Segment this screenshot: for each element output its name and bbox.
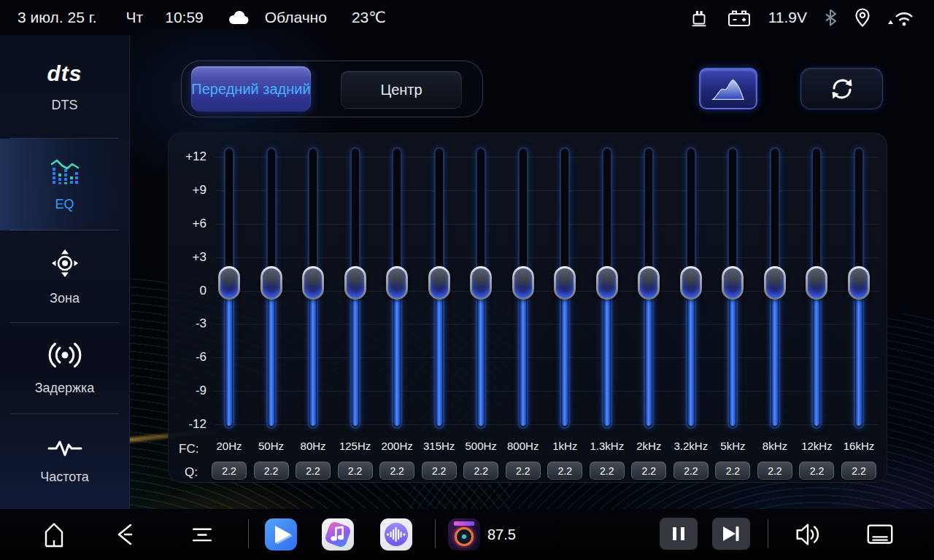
eq-slider-thumb[interactable] — [638, 266, 660, 300]
sidebar-item-label: Частота — [40, 470, 89, 485]
band-q-button[interactable]: 2.2 — [547, 462, 582, 480]
status-voltage: 11.9V — [768, 9, 807, 26]
pause-button[interactable] — [660, 518, 698, 550]
eq-slider-thumb[interactable] — [848, 266, 870, 300]
reset-button[interactable] — [800, 68, 883, 109]
band-q-button[interactable]: 2.2 — [463, 462, 498, 480]
band-frequency-label: 16kHz — [833, 440, 884, 452]
scale-label: -12 — [173, 416, 207, 432]
scale-label: -3 — [173, 316, 207, 332]
eq-band: 200Hz 2.2 — [376, 133, 418, 483]
status-weather-condition: Облачно — [265, 9, 327, 26]
next-track-icon — [722, 525, 741, 542]
band-q-button[interactable]: 2.2 — [841, 462, 876, 480]
sidebar-item-label: Зона — [50, 291, 80, 306]
band-q-button[interactable]: 2.2 — [379, 462, 414, 480]
q-label: Q: — [185, 465, 198, 480]
sidebar-item-zone[interactable]: Зона — [0, 230, 129, 323]
eq-band: 3.2kHz 2.2 — [670, 133, 712, 483]
eq-slider-fill — [646, 284, 652, 426]
wifi-icon — [887, 8, 915, 27]
band-q-button[interactable]: 2.2 — [799, 462, 834, 480]
next-track-button[interactable] — [712, 518, 750, 550]
eq-slider-thumb[interactable] — [554, 266, 576, 300]
eq-band: 2kHz 2.2 — [628, 133, 670, 483]
scale-label: +12 — [173, 149, 207, 165]
scale-label: +3 — [173, 249, 207, 265]
eq-slider-thumb[interactable] — [218, 266, 240, 300]
tab-front-rear[interactable]: Передний задний — [191, 66, 311, 112]
delay-icon — [47, 341, 83, 369]
sidebar-item-label: Задержка — [35, 381, 95, 396]
bottom-bar-divider — [768, 519, 768, 548]
status-weekday: Чт — [126, 9, 144, 26]
eq-band: 16kHz 2.2 — [838, 133, 880, 483]
band-q-button[interactable]: 2.2 — [715, 462, 750, 480]
cloud-icon — [225, 8, 250, 27]
eq-slider-fill — [352, 284, 358, 426]
band-q-button[interactable]: 2.2 — [590, 462, 625, 480]
band-q-button[interactable]: 2.2 — [506, 462, 541, 480]
band-q-button[interactable]: 2.2 — [674, 462, 709, 480]
eq-slider-thumb[interactable] — [722, 266, 744, 300]
display-icon — [865, 521, 895, 548]
voice-app-button[interactable] — [380, 518, 412, 551]
band-q-button[interactable]: 2.2 — [296, 462, 331, 480]
scale-label: +6 — [173, 216, 207, 232]
eq-slider-thumb[interactable] — [512, 266, 534, 300]
eq-slider-thumb[interactable] — [764, 266, 786, 300]
band-q-button[interactable]: 2.2 — [422, 462, 457, 480]
eq-slider-fill — [226, 284, 232, 426]
scale-label: -9 — [173, 383, 207, 399]
scale-label: 0 — [173, 283, 207, 299]
player-app-button[interactable] — [265, 518, 297, 551]
equalizer-panel: +12+9+6+30-3-6-9-12 20Hz 2.2 50Hz 2.2 80… — [168, 133, 887, 483]
back-button[interactable] — [109, 519, 141, 550]
eq-band: 125Hz 2.2 — [334, 133, 377, 483]
eq-slider-thumb[interactable] — [596, 266, 618, 300]
eq-slider-thumb[interactable] — [302, 266, 324, 300]
radio-app-button[interactable] — [448, 518, 480, 551]
recents-button[interactable] — [186, 519, 218, 550]
eq-slider-fill — [520, 284, 526, 426]
sidebar-item-eq[interactable]: EQ — [0, 139, 129, 230]
eq-slider-fill — [394, 284, 400, 426]
home-button[interactable] — [38, 519, 70, 550]
frequency-icon — [47, 439, 83, 458]
display-button[interactable] — [864, 519, 896, 550]
eq-curve-button[interactable] — [699, 68, 757, 109]
eq-band: 1kHz 2.2 — [544, 133, 586, 483]
eq-band: 12kHz 2.2 — [795, 133, 838, 483]
eq-slider-thumb[interactable] — [806, 266, 827, 300]
band-q-button[interactable]: 2.2 — [757, 462, 792, 480]
eq-band: 800Hz 2.2 — [502, 133, 544, 483]
band-q-button[interactable]: 2.2 — [631, 462, 666, 480]
sidebar-item-dts[interactable]: dts DTS — [0, 35, 129, 139]
sidebar-item-frequency[interactable]: Частота — [0, 414, 129, 509]
band-q-button[interactable]: 2.2 — [212, 462, 247, 480]
music-app-button[interactable] — [322, 518, 354, 551]
eq-slider-thumb[interactable] — [386, 266, 408, 300]
status-date: 3 июл. 25 г. — [18, 9, 97, 26]
eq-slider-thumb[interactable] — [680, 266, 702, 300]
bluetooth-icon — [823, 8, 838, 27]
eq-slider-thumb[interactable] — [470, 266, 492, 300]
status-time: 10:59 — [165, 9, 204, 26]
eq-slider-thumb[interactable] — [344, 266, 366, 300]
eq-slider-thumb[interactable] — [428, 266, 450, 300]
bottom-bar: 87.5 — [0, 509, 934, 560]
back-icon — [112, 520, 138, 549]
sidebar-item-delay[interactable]: Задержка — [0, 323, 129, 414]
eq-slider-thumb[interactable] — [260, 266, 282, 300]
scale-label: -6 — [173, 349, 207, 365]
volume-button[interactable] — [792, 519, 824, 550]
bottom-bar-divider — [435, 519, 436, 548]
band-q-button[interactable]: 2.2 — [254, 462, 289, 480]
tab-center[interactable]: Центр — [341, 71, 462, 109]
volume-icon — [792, 521, 823, 548]
play-app-icon — [265, 518, 297, 551]
eq-band: 315Hz 2.2 — [418, 133, 460, 483]
band-q-button[interactable]: 2.2 — [338, 462, 373, 480]
zone-icon — [49, 247, 81, 279]
scale-label: +9 — [173, 182, 207, 198]
